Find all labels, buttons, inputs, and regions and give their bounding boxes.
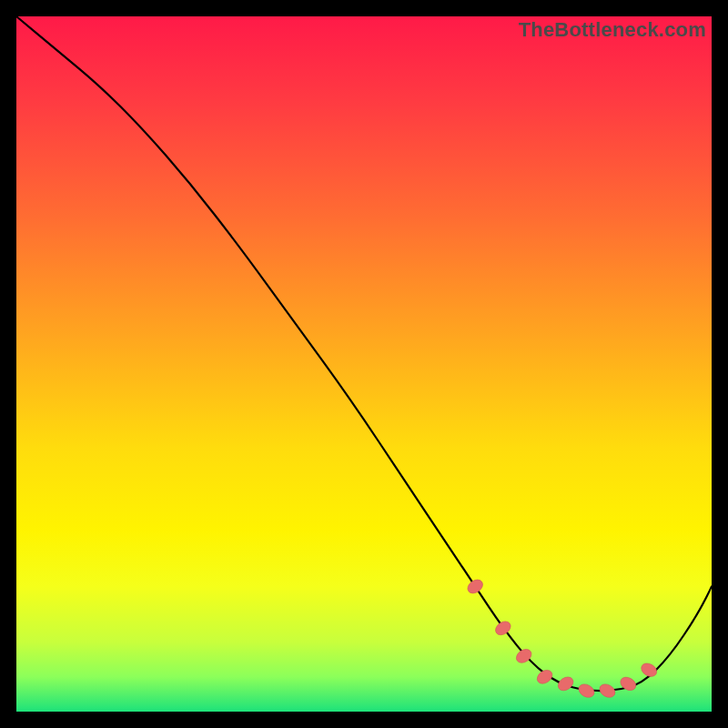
marker-group — [465, 577, 659, 700]
bottleneck-curve — [16, 16, 712, 691]
plot-area: TheBottleneck.com — [16, 16, 712, 712]
highlight-marker — [597, 682, 617, 700]
highlight-marker — [576, 682, 596, 700]
highlight-marker — [618, 674, 638, 693]
highlight-marker — [534, 667, 554, 686]
highlight-marker — [465, 577, 485, 596]
outer-frame: TheBottleneck.com — [0, 0, 728, 728]
curve-svg — [16, 16, 712, 712]
highlight-marker — [639, 661, 659, 679]
highlight-marker — [555, 674, 575, 693]
highlight-marker — [493, 619, 513, 638]
